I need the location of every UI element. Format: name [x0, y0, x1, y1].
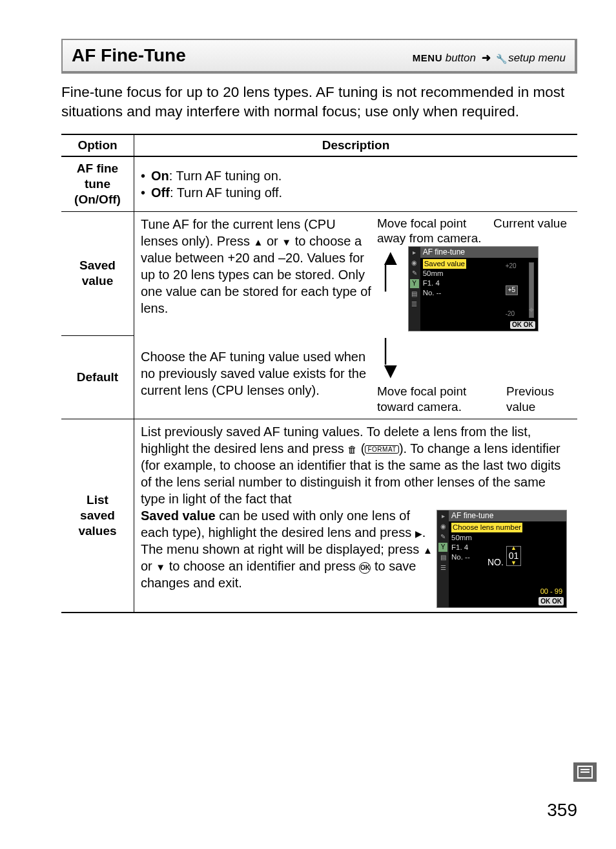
on-text: : Turn AF tuning on.	[169, 169, 282, 183]
lens-number-range: 00 - 99	[540, 587, 562, 596]
breadcrumb-setup-menu: setup menu	[505, 52, 566, 64]
diagram-label-top-left: Move focal point away from camera.	[377, 216, 493, 247]
option-saved-value: Saved value	[61, 211, 134, 335]
scale-plus5: +5	[506, 286, 518, 295]
right-triangle-icon	[415, 524, 422, 541]
stepper-down-icon: ▼	[509, 561, 519, 565]
option-default: Default	[61, 335, 134, 419]
off-label: Off	[151, 185, 170, 200]
diagram-panel: Move focal point away from camera. Curre…	[377, 216, 571, 332]
section-title-bar: AF Fine-Tune MENU button ➜ setup menu	[61, 39, 577, 74]
camera-menu-sidebar: ▸ ◉ ✎ Y ▤ ☰	[437, 510, 449, 607]
trash-icon	[347, 440, 357, 457]
bullet-icon: •	[141, 167, 151, 184]
diagram-label-bottom-left: Move focal point toward camera.	[377, 384, 500, 415]
down-triangle-icon	[282, 233, 291, 249]
description-saved-value: Tune AF for the current lens (CPU lenses…	[134, 211, 578, 335]
down-triangle-icon	[156, 558, 165, 574]
ok-badge: OK OK	[539, 597, 564, 605]
camera-icon: ◉	[410, 258, 419, 267]
bullet-on: On: Turn AF tuning on.	[151, 167, 282, 184]
breadcrumb-arrow-icon: ➜	[479, 52, 493, 64]
stepper-up-icon: ▲	[509, 547, 519, 550]
bullet-off: Off: Turn AF tuning off.	[151, 184, 282, 201]
pencil-icon: ✎	[438, 532, 447, 541]
play-icon: ▸	[438, 512, 447, 521]
pencil-icon: ✎	[410, 269, 419, 278]
play-icon: ▸	[410, 248, 419, 257]
table-row: Saved value Tune AF for the current lens…	[61, 211, 577, 335]
format-label-icon: FORMAT	[365, 445, 398, 454]
camera-menu-sidebar: ▸ ◉ ✎ Y ▤ ☰	[409, 247, 420, 331]
saved-value-text: Tune AF for the current lens (CPU lenses…	[141, 216, 373, 332]
camera-menu-screenshot-choose-lens: ▸ ◉ ✎ Y ▤ ☰ AF fine-tune Choose lens num	[436, 510, 567, 608]
description-list-saved-values: List previously saved AF tuning values. …	[134, 419, 578, 613]
wrench-icon: Y	[438, 543, 447, 552]
retouch-icon: ▤	[438, 553, 447, 562]
options-table: Option Description AF fine tune (On/Off)…	[61, 134, 577, 613]
no-label: NO.	[488, 556, 504, 567]
on-label: On	[151, 169, 169, 183]
intro-paragraph: Fine-tune focus for up to 20 lens types.…	[61, 83, 577, 122]
camera-menu-line: Choose lens number	[451, 523, 522, 532]
camera-menu-line: Saved value	[423, 259, 466, 269]
text-span: or	[263, 234, 282, 248]
default-text: Choose the AF tuning value used when no …	[141, 339, 373, 415]
arrow-up-icon: ▲│	[377, 246, 408, 287]
list-saved-values-text-2: Saved value can be used with only one le…	[141, 507, 433, 608]
retouch-icon: ▤	[410, 289, 419, 299]
lens-number-selector: NO. ▲ 01 ▼	[488, 546, 521, 568]
text-span: Move focal point away from camera.	[377, 216, 482, 246]
camera-menu-header: AF fine-tune	[420, 247, 538, 258]
table-row: List saved values List previously saved …	[61, 419, 577, 613]
ok-badge: OK OK	[510, 321, 535, 330]
text-span: (	[357, 441, 365, 456]
page-number: 359	[547, 800, 577, 821]
camera-menu-header: AF fine-tune	[449, 510, 566, 522]
mymenu-icon: ☰	[438, 563, 447, 572]
text-span: to choose an identifier and press	[165, 559, 359, 573]
list-saved-values-text: List previously saved AF tuning values. …	[141, 423, 571, 507]
description-af-fine-tune-onoff: • On: Turn AF tuning on. • Off: Turn AF …	[134, 156, 578, 211]
up-triangle-icon	[423, 541, 433, 558]
wrench-icon: Y	[410, 279, 419, 288]
menu-button-label: MENU	[413, 52, 442, 63]
menu-list-icon	[577, 766, 593, 779]
arrow-down-icon: │▼	[377, 339, 408, 380]
off-text: : Turn AF tuning off.	[170, 185, 282, 200]
option-list-saved-values: List saved values	[61, 419, 134, 613]
section-title: AF Fine-Tune	[72, 45, 186, 66]
bullet-icon: •	[141, 184, 151, 201]
breadcrumb-button-word: button	[442, 52, 476, 64]
section-tab-icon	[573, 762, 597, 782]
camera-menu-line: 50mm	[451, 533, 564, 543]
lens-number-value-box: ▲ 01 ▼	[506, 546, 522, 566]
mymenu-icon: ☰	[410, 300, 419, 309]
diagram-label-bottom-right: Previous value	[506, 384, 571, 415]
diagram-label-top-right: Current value	[493, 216, 571, 247]
text-span: Current value	[493, 216, 567, 230]
camera-menu-screenshot-saved-value: ▸ ◉ ✎ Y ▤ ☰ AF fine-tune	[408, 246, 539, 331]
description-default: Choose the AF tuning value used when no …	[134, 335, 578, 419]
table-row: AF fine tune (On/Off) • On: Turn AF tuni…	[61, 156, 577, 211]
text-span: or	[141, 559, 156, 573]
header-description: Description	[134, 134, 578, 157]
header-option: Option	[61, 134, 134, 157]
lens-icon: ⌖	[529, 304, 534, 316]
saved-value-bold: Saved value	[141, 508, 216, 523]
option-af-fine-tune-onoff: AF fine tune (On/Off)	[61, 156, 134, 211]
breadcrumb: MENU button ➜ setup menu	[413, 51, 566, 65]
camera-icon: ◉	[438, 522, 447, 531]
wrench-icon	[496, 52, 505, 61]
table-row: Default Choose the AF tuning value used …	[61, 335, 577, 419]
up-triangle-icon	[254, 233, 263, 249]
ok-circle-icon: OK	[359, 562, 371, 574]
diagram-panel-lower: │▼ Move focal point toward camera. Previ…	[377, 339, 571, 415]
